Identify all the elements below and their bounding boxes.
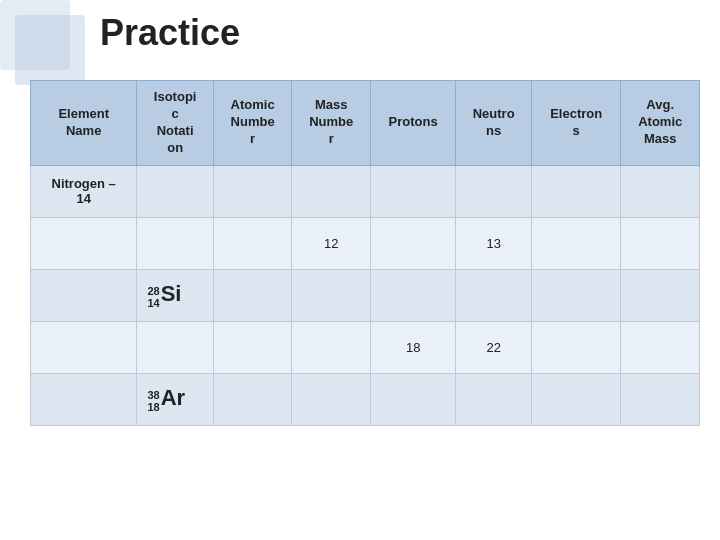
cell-avg-mass-2 <box>621 217 700 269</box>
table-row: 12 13 <box>31 217 700 269</box>
table-row: 3818Ar <box>31 373 700 425</box>
cell-neutrons-5 <box>456 373 532 425</box>
col-header-avg-atomic-mass: Avg.AtomicMass <box>621 81 700 166</box>
cell-neutrons-2: 13 <box>456 217 532 269</box>
cell-isotopic-4 <box>137 321 214 373</box>
cell-mass-num-3 <box>292 269 371 321</box>
col-header-mass-number: MassNumber <box>292 81 371 166</box>
cell-avg-mass-1 <box>621 165 700 217</box>
cell-isotopic-3: 2814Si <box>137 269 214 321</box>
cell-electrons-2 <box>531 217 620 269</box>
cell-electrons-4 <box>531 321 620 373</box>
table-row: 2814Si <box>31 269 700 321</box>
svg-rect-1 <box>15 15 85 85</box>
cell-neutrons-1 <box>456 165 532 217</box>
cell-mass-num-1 <box>292 165 371 217</box>
cell-avg-mass-5 <box>621 373 700 425</box>
cell-isotopic-1 <box>137 165 214 217</box>
table-row: Nitrogen –14 <box>31 165 700 217</box>
cell-protons-1 <box>370 165 455 217</box>
cell-atomic-num-2 <box>213 217 292 269</box>
cell-protons-5 <box>370 373 455 425</box>
cell-atomic-num-4 <box>213 321 292 373</box>
cell-element-name-2 <box>31 217 137 269</box>
cell-protons-4: 18 <box>370 321 455 373</box>
cell-avg-mass-3 <box>621 269 700 321</box>
cell-element-name-5 <box>31 373 137 425</box>
col-header-atomic-number: AtomicNumber <box>213 81 292 166</box>
cell-isotopic-2 <box>137 217 214 269</box>
cell-electrons-3 <box>531 269 620 321</box>
col-header-isotopic-notation: IsotopicNotation <box>137 81 214 166</box>
cell-neutrons-3 <box>456 269 532 321</box>
cell-electrons-5 <box>531 373 620 425</box>
cell-protons-3 <box>370 269 455 321</box>
cell-isotopic-5: 3818Ar <box>137 373 214 425</box>
col-header-neutrons: Neutrons <box>456 81 532 166</box>
isotope-display-ar: 3818Ar <box>147 391 185 408</box>
practice-table: ElementName IsotopicNotation AtomicNumbe… <box>30 80 700 426</box>
col-header-element-name: ElementName <box>31 81 137 166</box>
cell-atomic-num-5 <box>213 373 292 425</box>
cell-element-name-1: Nitrogen –14 <box>31 165 137 217</box>
page-title: Practice <box>100 12 240 54</box>
cell-neutrons-4: 22 <box>456 321 532 373</box>
cell-electrons-1 <box>531 165 620 217</box>
isotope-display-si: 2814Si <box>147 287 181 304</box>
col-header-protons: Protons <box>370 81 455 166</box>
cell-protons-2 <box>370 217 455 269</box>
cell-avg-mass-4 <box>621 321 700 373</box>
cell-mass-num-5 <box>292 373 371 425</box>
cell-element-name-4 <box>31 321 137 373</box>
cell-atomic-num-1 <box>213 165 292 217</box>
table-row: 18 22 <box>31 321 700 373</box>
cell-mass-num-2: 12 <box>292 217 371 269</box>
cell-mass-num-4 <box>292 321 371 373</box>
cell-atomic-num-3 <box>213 269 292 321</box>
cell-element-name-3 <box>31 269 137 321</box>
col-header-electrons: Electrons <box>531 81 620 166</box>
